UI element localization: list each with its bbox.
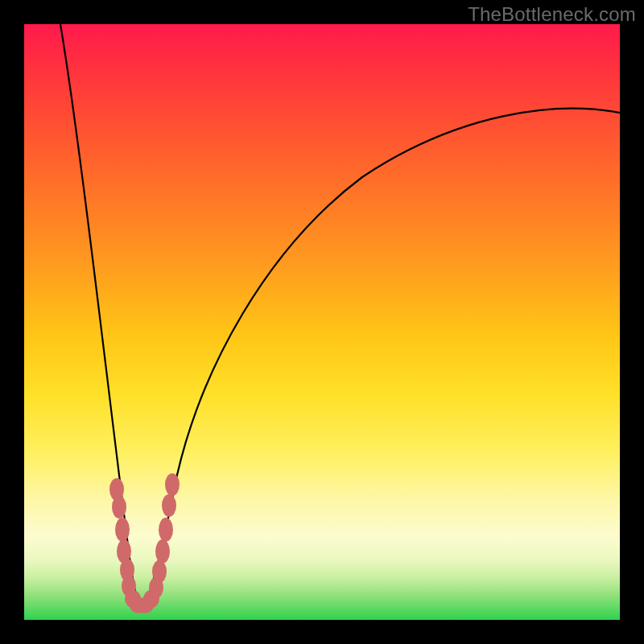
watermark-text: TheBottleneck.com — [468, 3, 636, 26]
bead-cluster — [109, 473, 180, 613]
bead — [159, 518, 173, 542]
outer-frame: TheBottleneck.com — [0, 0, 644, 644]
plot-area — [24, 24, 620, 620]
bead — [115, 518, 130, 542]
bead — [152, 560, 167, 583]
bead — [162, 494, 176, 517]
bead — [165, 473, 180, 496]
bead — [155, 539, 170, 564]
curve-layer — [24, 24, 620, 620]
bead — [112, 496, 126, 518]
curve-left-branch — [60, 24, 142, 612]
curve-right-branch — [142, 109, 620, 612]
